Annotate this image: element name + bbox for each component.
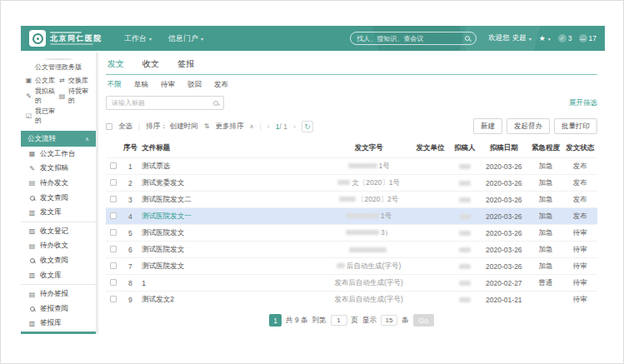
- search-icon[interactable]: [465, 36, 470, 41]
- favorites-menu[interactable]: ★ ▾: [539, 34, 551, 42]
- sidebar-section-公文流转[interactable]: 公文流转∧: [21, 131, 96, 147]
- tab-签报[interactable]: 签报: [177, 58, 194, 70]
- welcome-label: 欢迎您: [488, 33, 510, 43]
- row-checkbox[interactable]: [110, 229, 117, 236]
- quick-link-公文库[interactable]: ▣公文库: [25, 76, 58, 85]
- filter-草稿[interactable]: 草稿: [134, 80, 148, 90]
- prev-page-icon[interactable]: ‹: [267, 122, 270, 131]
- urgency: 普通: [528, 275, 562, 292]
- global-search-input[interactable]: [357, 35, 465, 42]
- check-circle-badge[interactable]: ✓3: [558, 34, 572, 42]
- select-all-label[interactable]: 全选: [118, 122, 132, 132]
- row-checkbox[interactable]: [110, 262, 117, 269]
- logo-subtitle-bottom: [50, 43, 93, 45]
- row-checkbox[interactable]: [110, 246, 117, 252]
- star-icon: ★: [539, 34, 546, 42]
- doc-title[interactable]: 测试票选: [140, 158, 327, 175]
- quick-link-我拟稿的[interactable]: ✎我拟稿的: [25, 87, 58, 105]
- row-checkbox[interactable]: [110, 179, 117, 186]
- top-menu-工作台[interactable]: 工作台▾: [124, 33, 152, 44]
- tab-发文[interactable]: 发文: [107, 58, 124, 70]
- quick-link-我已审的[interactable]: ☑我已审的: [25, 107, 58, 125]
- top-menu-label: 信息门户: [168, 33, 198, 44]
- sidebar-item-签报库[interactable]: ▥签报库: [21, 317, 96, 332]
- sidebar-item-公文工作台[interactable]: ▦公文工作台: [21, 147, 96, 162]
- sort-value[interactable]: 创建时间: [170, 122, 198, 132]
- table-row[interactable]: 1测试票选1号2020-03-26加急发布: [106, 158, 597, 175]
- quick-link-交换库[interactable]: ⇄交换库: [58, 76, 92, 85]
- sidebar-item-发文拟稿[interactable]: ✎发文拟稿: [21, 162, 96, 177]
- next-page-icon[interactable]: ›: [293, 122, 296, 131]
- user-menu[interactable]: 欢迎您 史超 ▾: [488, 33, 532, 43]
- sidebar-item-待办收文[interactable]: ▤待办收文: [21, 239, 96, 254]
- doc-title[interactable]: 1: [140, 275, 327, 292]
- drafter: [450, 242, 479, 258]
- filter-待审[interactable]: 待审: [161, 80, 175, 90]
- title-search-box[interactable]: [106, 96, 224, 110]
- title-search-input[interactable]: [112, 99, 213, 107]
- row-checkbox[interactable]: [110, 212, 117, 219]
- button-新建[interactable]: 新建: [473, 118, 502, 134]
- table-row[interactable]: 6测试医院发文2020-03-26加急待审: [106, 242, 597, 258]
- expand-filter-link[interactable]: 展开筛选: [569, 98, 597, 108]
- username: 史超: [512, 33, 527, 43]
- register-icon: ▨: [28, 227, 36, 235]
- redacted-name: [459, 247, 471, 252]
- quick-link-待我审的[interactable]: ▤待我审的: [58, 87, 92, 105]
- tab-收文[interactable]: 收文: [142, 58, 159, 70]
- table-row[interactable]: 3测试医院发文二〔2020〕2号2020-03-26加急发布: [106, 192, 597, 208]
- go-button[interactable]: Go: [413, 314, 434, 327]
- table-row[interactable]: 2测试党委发文文〔2020〕1号2020-03-26加急发布: [106, 175, 597, 192]
- sidebar-section-公文交换[interactable]: 公文交换∨: [21, 332, 96, 334]
- sort-direction-icon[interactable]: ⇅: [204, 122, 210, 130]
- sidebar-item-签报查阅[interactable]: 签报查阅: [21, 302, 96, 317]
- logo-subtitle-top: [50, 32, 82, 33]
- chevron-up-icon: ∧: [85, 136, 89, 142]
- row-checkbox[interactable]: [110, 162, 117, 169]
- sidebar-item-收文查阅[interactable]: 收文查阅: [21, 253, 96, 268]
- row-checkbox[interactable]: [110, 279, 117, 286]
- search-icon[interactable]: [213, 101, 218, 106]
- draft-date: 2020-03-26: [479, 258, 528, 275]
- row-checkbox[interactable]: [110, 296, 117, 302]
- row-checkbox[interactable]: [110, 196, 117, 202]
- select-all-checkbox[interactable]: [106, 123, 112, 130]
- table-row[interactable]: 81发布后自动生成(字号)2020-02-27普通待审: [106, 275, 597, 292]
- reviewed-icon: ☑: [25, 112, 32, 121]
- doc-title[interactable]: 测试医院发文二: [140, 192, 327, 208]
- filter-不限[interactable]: 不限: [107, 80, 122, 90]
- button-批量打印[interactable]: 批量打印: [554, 118, 597, 134]
- doc-title[interactable]: 测试医院发文一: [140, 208, 327, 225]
- doc-title[interactable]: 测试医院发文: [140, 242, 327, 258]
- table-row[interactable]: 5测试医院发文3）2020-03-26加急待审: [106, 225, 597, 242]
- table-row[interactable]: 9测试发文2发布后自动生成(字号)2020-01-21待审: [106, 292, 597, 308]
- filter-驳回[interactable]: 驳回: [187, 80, 202, 90]
- toolbar-page-total: / 1: [280, 122, 287, 131]
- doc-title[interactable]: 测试发文2: [140, 292, 327, 308]
- goto-page-input[interactable]: [331, 315, 347, 326]
- refresh-icon[interactable]: ↻: [302, 121, 313, 132]
- filter-发布[interactable]: 发布: [214, 80, 228, 90]
- table-row[interactable]: 4测试医院发文一1号2020-03-26加急发布: [106, 208, 597, 225]
- page-1-button[interactable]: 1: [269, 314, 282, 327]
- sidebar-item-待办签报[interactable]: ▤待办签报: [21, 287, 96, 302]
- doc-title[interactable]: 测试党委发文: [140, 175, 327, 192]
- sidebar-item-发文查阅[interactable]: 发文查阅: [21, 191, 96, 206]
- doc-title[interactable]: 测试医院发文: [140, 258, 327, 275]
- sidebar-item-收文登记[interactable]: ▨收文登记: [21, 224, 96, 239]
- page-size-input[interactable]: [381, 315, 397, 326]
- redacted-text: [346, 213, 379, 218]
- table-row[interactable]: 7测试医院发文后自动生成(字号)2020-03-26加急待审: [106, 258, 597, 275]
- more-sort-link[interactable]: 更多排序: [215, 122, 243, 132]
- row-checkbox-cell: [106, 192, 121, 208]
- global-search-box[interactable]: [350, 32, 477, 45]
- sidebar-item-发文库[interactable]: ▥发文库: [21, 205, 96, 220]
- chevron-up-icon[interactable]: ∧: [249, 123, 253, 130]
- top-menu-信息门户[interactable]: 信息门户▾: [168, 33, 203, 44]
- button-发起督办[interactable]: 发起督办: [507, 118, 550, 134]
- search-icon: [28, 258, 36, 263]
- sidebar-item-收文库[interactable]: ▥收文库: [21, 268, 96, 283]
- message-circle-badge[interactable]: —17: [579, 34, 597, 42]
- doc-title[interactable]: 测试医院发文: [140, 225, 327, 242]
- sidebar-item-待办发文[interactable]: ▤待办发文: [21, 176, 96, 191]
